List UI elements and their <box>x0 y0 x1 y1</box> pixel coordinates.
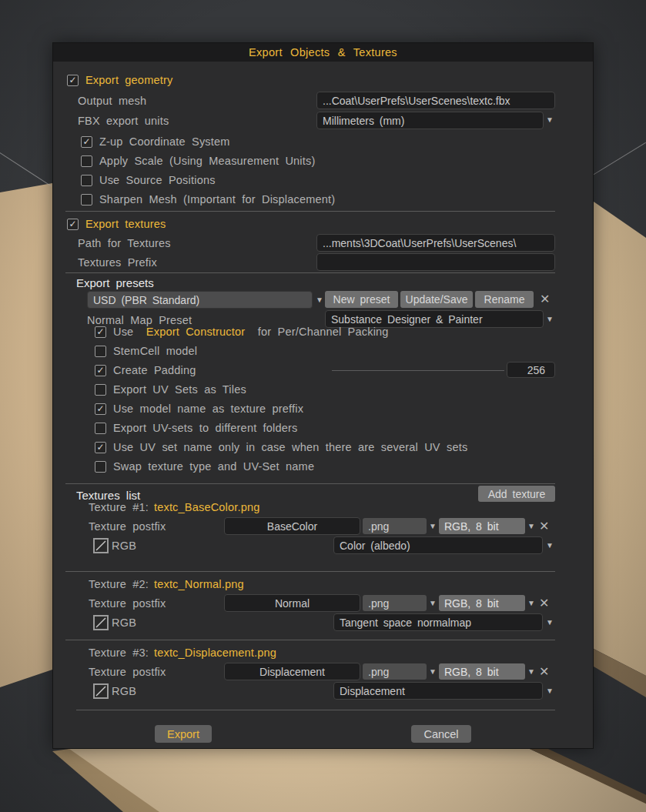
channel-value: Tangent space normalmap <box>340 617 471 629</box>
preset-dropdown[interactable]: USD (PBR Standard) <box>87 291 313 309</box>
option-stemcell[interactable]: StemCell model <box>95 343 197 359</box>
preset-value: USD (PBR Standard) <box>93 294 199 306</box>
texture-3-postfix-field[interactable]: Displacement <box>224 663 360 680</box>
update-save-button[interactable]: Update/Save <box>400 291 473 308</box>
texture-2-postfix-field[interactable]: Normal <box>224 594 360 612</box>
texture-1-rgb-row: RGB <box>93 537 136 554</box>
option-label: Create Padding <box>113 364 196 376</box>
texture-2-rgb-row: RGB <box>93 614 136 631</box>
texture-1-postfix-row: Texture postfix <box>89 518 166 535</box>
chevron-down-icon[interactable]: ▼ <box>527 523 535 530</box>
texture-3-ext-dropdown[interactable]: .png <box>363 663 427 680</box>
format-value: RGB, 8 bit <box>444 520 499 533</box>
option-uv-tiles[interactable]: Export UV Sets as Tiles <box>95 381 246 398</box>
rgb-label: RGB <box>112 540 136 552</box>
checkbox-icon: ✓ <box>67 219 79 230</box>
add-texture-button[interactable]: Add texture <box>478 486 555 502</box>
cancel-button-label: Cancel <box>423 728 458 740</box>
texture-1-channel-dropdown[interactable]: Color (albedo) <box>333 536 543 554</box>
curve-icon[interactable] <box>93 615 109 630</box>
fbx-units-row: FBX export units <box>78 112 169 129</box>
screen: Export Objects & Textures ✓ Export geome… <box>0 0 646 812</box>
texture-1-format-dropdown[interactable]: RGB, 8 bit <box>439 518 525 534</box>
export-constructor-link: Export Constructor <box>146 326 245 338</box>
remove-texture-icon[interactable]: ✕ <box>539 520 549 533</box>
checkbox-icon <box>81 175 92 186</box>
checkbox-icon: ✓ <box>81 136 92 148</box>
checkbox-icon <box>95 461 106 473</box>
dialog-titlebar[interactable]: Export Objects & Textures <box>53 43 593 62</box>
option-export-constructor[interactable]: ✓ Use Export Constructor for Per/Channel… <box>95 323 389 340</box>
option-apply-scale[interactable]: Apply Scale (Using Measurement Units) <box>81 152 315 169</box>
texture-2-title-row: Texture #2: textc_Normal.png <box>89 576 244 593</box>
cancel-button[interactable]: Cancel <box>411 725 471 743</box>
postfix-value: Normal <box>275 597 310 610</box>
option-label: Use Source Positions <box>99 174 216 186</box>
output-mesh-field[interactable]: ...Coat\UserPrefs\UserScenes\textc.fbx <box>316 92 555 109</box>
path-for-textures-row: Path for Textures <box>78 235 171 252</box>
chevron-down-icon[interactable]: ▼ <box>527 668 535 676</box>
delete-preset-icon[interactable]: ✕ <box>540 293 550 306</box>
dialog-title: Export Objects & Textures <box>249 46 397 58</box>
texture-2-channel-dropdown[interactable]: Tangent space normalmap <box>333 613 543 631</box>
textures-prefix-field[interactable] <box>316 253 555 271</box>
export-geometry-checkbox[interactable]: ✓ Export geometry <box>67 72 172 89</box>
texture-postfix-label: Texture postfix <box>89 597 166 610</box>
fbx-units-value: Millimeters (mm) <box>323 115 404 127</box>
texture-1-ext-dropdown[interactable]: .png <box>363 518 427 534</box>
option-label: Use Export Constructor for Per/Channel P… <box>113 326 389 338</box>
chevron-down-icon[interactable]: ▼ <box>546 542 554 550</box>
curve-icon[interactable] <box>93 683 109 699</box>
texture-filename: textc_BaseColor.png <box>154 501 260 513</box>
chevron-down-icon[interactable]: ▼ <box>429 523 437 530</box>
rename-button[interactable]: Rename <box>475 291 534 308</box>
new-preset-button[interactable]: New preset <box>325 291 398 308</box>
viewport-wireframe-line <box>0 152 52 186</box>
chevron-down-icon[interactable]: ▼ <box>546 619 554 627</box>
padding-value-field[interactable]: 256 <box>507 362 555 378</box>
ext-value: .png <box>368 597 389 610</box>
chevron-down-icon[interactable]: ▼ <box>546 316 554 323</box>
chevron-down-icon[interactable]: ▼ <box>546 116 554 124</box>
texture-2-ext-dropdown[interactable]: .png <box>363 595 427 611</box>
padding-slider-track[interactable] <box>332 370 504 371</box>
texture-3-postfix-row: Texture postfix <box>89 663 166 680</box>
texture-3-format-dropdown[interactable]: RGB, 8 bit <box>439 663 525 680</box>
option-label: Sharpen Mesh (Important for Displacement… <box>99 193 335 206</box>
option-source-positions[interactable]: Use Source Positions <box>81 172 216 189</box>
option-model-name-prefix[interactable]: ✓ Use model name as texture preffix <box>95 400 303 417</box>
remove-texture-icon[interactable]: ✕ <box>539 597 549 610</box>
curve-icon[interactable] <box>93 538 109 553</box>
chevron-down-icon[interactable]: ▼ <box>527 600 535 607</box>
fbx-units-dropdown[interactable]: Millimeters (mm) <box>316 112 544 129</box>
remove-texture-icon[interactable]: ✕ <box>539 666 549 678</box>
option-create-padding[interactable]: ✓ Create Padding <box>95 362 196 379</box>
ext-value: .png <box>368 520 389 533</box>
export-textures-checkbox[interactable]: ✓ Export textures <box>67 216 166 232</box>
chevron-down-icon[interactable]: ▼ <box>429 600 437 607</box>
chevron-down-icon[interactable]: ▼ <box>316 296 323 304</box>
divider <box>76 710 555 710</box>
option-swap-texture-uvset[interactable]: Swap texture type and UV-Set name <box>95 458 314 475</box>
checkbox-icon: ✓ <box>95 403 106 415</box>
texture-2-format-dropdown[interactable]: RGB, 8 bit <box>439 595 525 611</box>
checkbox-icon: ✓ <box>95 326 106 338</box>
texture-1-postfix-field[interactable]: BaseColor <box>224 517 360 535</box>
texture-filename: textc_Normal.png <box>154 578 244 590</box>
checkbox-icon <box>81 194 92 206</box>
checkbox-icon: ✓ <box>67 75 79 86</box>
checkbox-icon <box>95 384 106 396</box>
option-uv-folders[interactable]: Export UV-sets to different folders <box>95 419 298 436</box>
path-for-textures-field[interactable]: ...ments\3DCoat\UserPrefs\UserScenes\ <box>316 234 555 252</box>
option-sharpen-mesh[interactable]: Sharpen Mesh (Important for Displacement… <box>81 191 335 208</box>
export-button[interactable]: Export <box>155 725 212 743</box>
option-uv-set-name[interactable]: ✓ Use UV set name only in case when ther… <box>95 439 467 456</box>
texture-1-title-row: Texture #1: textc_BaseColor.png <box>89 499 260 516</box>
path-for-textures-label: Path for Textures <box>78 237 171 249</box>
divider <box>65 211 555 212</box>
chevron-down-icon[interactable]: ▼ <box>429 668 437 676</box>
texture-3-channel-dropdown[interactable]: Displacement <box>333 682 543 700</box>
option-zup[interactable]: ✓ Z-up Coordinate System <box>81 133 230 150</box>
export-button-label: Export <box>167 728 199 740</box>
chevron-down-icon[interactable]: ▼ <box>546 687 554 695</box>
